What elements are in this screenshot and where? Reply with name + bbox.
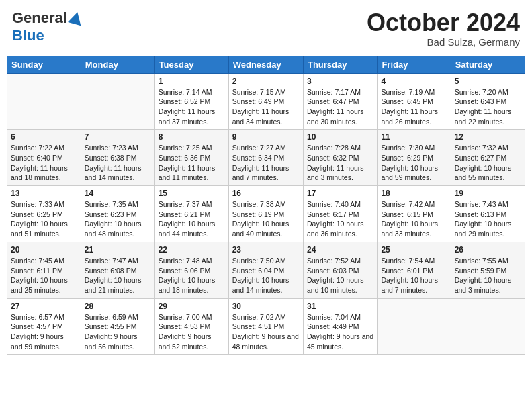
day-info: Sunrise: 7:14 AM Sunset: 6:52 PM Dayligh… bbox=[159, 87, 225, 127]
calendar-cell: 4Sunrise: 7:19 AM Sunset: 6:45 PM Daylig… bbox=[378, 73, 451, 130]
day-number: 18 bbox=[381, 189, 447, 198]
day-number: 30 bbox=[232, 302, 300, 311]
day-number: 13 bbox=[11, 189, 77, 198]
month-title: October 2024 bbox=[367, 9, 520, 36]
day-info: Sunrise: 7:17 AM Sunset: 6:47 PM Dayligh… bbox=[307, 87, 373, 127]
day-number: 9 bbox=[232, 132, 300, 142]
weekday-header-friday: Friday bbox=[378, 56, 451, 73]
day-number: 11 bbox=[381, 132, 447, 142]
day-number: 28 bbox=[85, 302, 151, 311]
calendar-week-4: 20Sunrise: 7:45 AM Sunset: 6:11 PM Dayli… bbox=[7, 242, 525, 298]
day-number: 23 bbox=[232, 245, 300, 255]
day-info: Sunrise: 6:59 AM Sunset: 4:55 PM Dayligh… bbox=[85, 312, 151, 352]
calendar-cell: 14Sunrise: 7:35 AM Sunset: 6:23 PM Dayli… bbox=[81, 186, 154, 242]
calendar-cell bbox=[7, 73, 81, 130]
day-info: Sunrise: 7:43 AM Sunset: 6:13 PM Dayligh… bbox=[455, 199, 521, 239]
calendar-cell: 25Sunrise: 7:54 AM Sunset: 6:01 PM Dayli… bbox=[378, 242, 451, 298]
weekday-header-row: SundayMondayTuesdayWednesdayThursdayFrid… bbox=[7, 56, 525, 73]
logo: General Blue bbox=[12, 9, 83, 44]
weekday-header-wednesday: Wednesday bbox=[228, 56, 303, 73]
calendar-cell bbox=[378, 298, 451, 355]
calendar-cell: 11Sunrise: 7:30 AM Sunset: 6:29 PM Dayli… bbox=[378, 130, 451, 186]
weekday-header-sunday: Sunday bbox=[7, 56, 81, 73]
day-number: 20 bbox=[11, 245, 77, 255]
day-info: Sunrise: 7:02 AM Sunset: 4:51 PM Dayligh… bbox=[232, 312, 300, 352]
weekday-header-tuesday: Tuesday bbox=[154, 56, 228, 73]
day-info: Sunrise: 7:37 AM Sunset: 6:21 PM Dayligh… bbox=[159, 199, 225, 239]
day-number: 12 bbox=[455, 132, 521, 142]
calendar-cell: 7Sunrise: 7:23 AM Sunset: 6:38 PM Daylig… bbox=[81, 130, 154, 186]
day-number: 14 bbox=[85, 189, 151, 198]
calendar-cell: 13Sunrise: 7:33 AM Sunset: 6:25 PM Dayli… bbox=[7, 186, 81, 242]
calendar-cell: 28Sunrise: 6:59 AM Sunset: 4:55 PM Dayli… bbox=[81, 298, 154, 355]
calendar-week-2: 6Sunrise: 7:22 AM Sunset: 6:40 PM Daylig… bbox=[7, 130, 525, 186]
calendar-cell: 31Sunrise: 7:04 AM Sunset: 4:49 PM Dayli… bbox=[303, 298, 377, 355]
day-number: 3 bbox=[307, 77, 373, 86]
day-number: 27 bbox=[11, 302, 77, 311]
calendar-cell: 20Sunrise: 7:45 AM Sunset: 6:11 PM Dayli… bbox=[7, 242, 81, 298]
day-info: Sunrise: 7:25 AM Sunset: 6:36 PM Dayligh… bbox=[159, 143, 225, 183]
day-info: Sunrise: 7:40 AM Sunset: 6:17 PM Dayligh… bbox=[307, 199, 373, 239]
calendar-cell: 22Sunrise: 7:48 AM Sunset: 6:06 PM Dayli… bbox=[154, 242, 228, 298]
day-info: Sunrise: 7:00 AM Sunset: 4:53 PM Dayligh… bbox=[159, 312, 225, 352]
day-info: Sunrise: 7:19 AM Sunset: 6:45 PM Dayligh… bbox=[381, 87, 447, 127]
day-info: Sunrise: 7:35 AM Sunset: 6:23 PM Dayligh… bbox=[85, 199, 151, 239]
calendar-cell: 9Sunrise: 7:27 AM Sunset: 6:34 PM Daylig… bbox=[228, 130, 303, 186]
weekday-header-thursday: Thursday bbox=[303, 56, 377, 73]
day-info: Sunrise: 7:48 AM Sunset: 6:06 PM Dayligh… bbox=[159, 256, 225, 295]
day-number: 25 bbox=[381, 245, 447, 255]
page-header: General Blue October 2024 Bad Sulza, Ger… bbox=[7, 7, 525, 50]
calendar-cell: 15Sunrise: 7:37 AM Sunset: 6:21 PM Dayli… bbox=[154, 186, 228, 242]
day-number: 26 bbox=[455, 245, 521, 255]
day-number: 22 bbox=[159, 245, 225, 255]
day-number: 31 bbox=[307, 302, 373, 311]
day-info: Sunrise: 7:42 AM Sunset: 6:15 PM Dayligh… bbox=[381, 199, 447, 239]
calendar-cell: 30Sunrise: 7:02 AM Sunset: 4:51 PM Dayli… bbox=[228, 298, 303, 355]
calendar-cell: 21Sunrise: 7:47 AM Sunset: 6:08 PM Dayli… bbox=[81, 242, 154, 298]
day-info: Sunrise: 6:57 AM Sunset: 4:57 PM Dayligh… bbox=[11, 312, 77, 352]
day-number: 4 bbox=[381, 77, 447, 86]
day-number: 5 bbox=[455, 77, 521, 86]
calendar-cell: 3Sunrise: 7:17 AM Sunset: 6:47 PM Daylig… bbox=[303, 73, 377, 130]
day-number: 16 bbox=[232, 189, 300, 198]
day-info: Sunrise: 7:54 AM Sunset: 6:01 PM Dayligh… bbox=[381, 256, 447, 295]
calendar-cell: 16Sunrise: 7:38 AM Sunset: 6:19 PM Dayli… bbox=[228, 186, 303, 242]
calendar-cell: 26Sunrise: 7:55 AM Sunset: 5:59 PM Dayli… bbox=[451, 242, 525, 298]
day-number: 6 bbox=[11, 132, 77, 142]
day-number: 17 bbox=[307, 189, 373, 198]
logo-general: General bbox=[12, 9, 67, 27]
calendar-cell bbox=[451, 298, 525, 355]
title-block: October 2024 Bad Sulza, Germany bbox=[367, 9, 520, 48]
calendar-week-1: 1Sunrise: 7:14 AM Sunset: 6:52 PM Daylig… bbox=[7, 73, 525, 130]
day-info: Sunrise: 7:38 AM Sunset: 6:19 PM Dayligh… bbox=[232, 199, 300, 239]
day-number: 21 bbox=[85, 245, 151, 255]
calendar-cell bbox=[81, 73, 154, 130]
weekday-header-saturday: Saturday bbox=[451, 56, 525, 73]
calendar-cell: 27Sunrise: 6:57 AM Sunset: 4:57 PM Dayli… bbox=[7, 298, 81, 355]
calendar-cell: 18Sunrise: 7:42 AM Sunset: 6:15 PM Dayli… bbox=[378, 186, 451, 242]
calendar-cell: 1Sunrise: 7:14 AM Sunset: 6:52 PM Daylig… bbox=[154, 73, 228, 130]
day-number: 24 bbox=[307, 245, 373, 255]
calendar-cell: 19Sunrise: 7:43 AM Sunset: 6:13 PM Dayli… bbox=[451, 186, 525, 242]
calendar-cell: 6Sunrise: 7:22 AM Sunset: 6:40 PM Daylig… bbox=[7, 130, 81, 186]
day-info: Sunrise: 7:45 AM Sunset: 6:11 PM Dayligh… bbox=[11, 256, 77, 295]
calendar-week-5: 27Sunrise: 6:57 AM Sunset: 4:57 PM Dayli… bbox=[7, 298, 525, 355]
day-info: Sunrise: 7:50 AM Sunset: 6:04 PM Dayligh… bbox=[232, 256, 300, 295]
calendar-cell: 17Sunrise: 7:40 AM Sunset: 6:17 PM Dayli… bbox=[303, 186, 377, 242]
logo-blue: Blue bbox=[12, 27, 44, 44]
day-info: Sunrise: 7:33 AM Sunset: 6:25 PM Dayligh… bbox=[11, 199, 77, 239]
day-number: 8 bbox=[159, 132, 225, 142]
location: Bad Sulza, Germany bbox=[367, 36, 520, 48]
day-info: Sunrise: 7:15 AM Sunset: 6:49 PM Dayligh… bbox=[232, 87, 300, 127]
day-number: 19 bbox=[455, 189, 521, 198]
calendar-cell: 8Sunrise: 7:25 AM Sunset: 6:36 PM Daylig… bbox=[154, 130, 228, 186]
day-info: Sunrise: 7:47 AM Sunset: 6:08 PM Dayligh… bbox=[85, 256, 151, 295]
day-info: Sunrise: 7:23 AM Sunset: 6:38 PM Dayligh… bbox=[85, 143, 151, 183]
calendar-table: SundayMondayTuesdayWednesdayThursdayFrid… bbox=[7, 56, 525, 355]
day-info: Sunrise: 7:22 AM Sunset: 6:40 PM Dayligh… bbox=[11, 143, 77, 183]
day-info: Sunrise: 7:28 AM Sunset: 6:32 PM Dayligh… bbox=[307, 143, 373, 183]
calendar-cell: 10Sunrise: 7:28 AM Sunset: 6:32 PM Dayli… bbox=[303, 130, 377, 186]
day-number: 15 bbox=[159, 189, 225, 198]
calendar-cell: 24Sunrise: 7:52 AM Sunset: 6:03 PM Dayli… bbox=[303, 242, 377, 298]
calendar-cell: 2Sunrise: 7:15 AM Sunset: 6:49 PM Daylig… bbox=[228, 73, 303, 130]
